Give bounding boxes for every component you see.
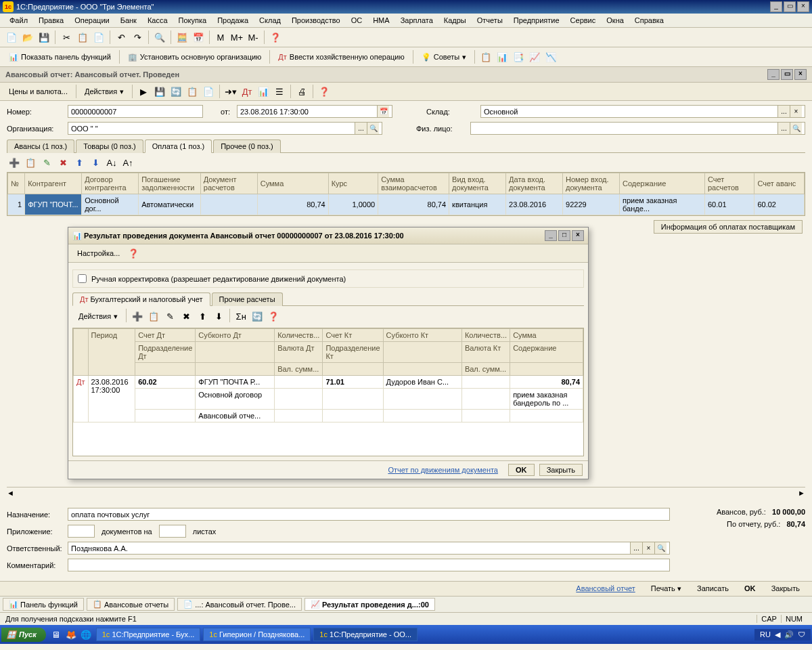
scroll-left-icon[interactable]: ◄ xyxy=(7,489,14,497)
modal-up-icon[interactable]: ⬆ xyxy=(195,309,210,324)
col-content[interactable]: Содержание xyxy=(620,173,705,194)
move-up-icon[interactable]: ⬆ xyxy=(72,155,87,170)
sort-asc-icon[interactable]: A↓ xyxy=(104,155,119,170)
menu-production[interactable]: Производство xyxy=(286,15,346,26)
col-sub-kt[interactable]: Субконто Кт xyxy=(383,329,461,342)
org-input[interactable]: ООО " "...🔍 xyxy=(68,122,382,135)
posting-grid[interactable]: Период Счет Дт Субконто Дт Количеств... … xyxy=(72,328,584,456)
m-plus-btn[interactable]: M+ xyxy=(229,30,244,45)
warehouse-input[interactable]: Основной...× xyxy=(480,105,805,118)
comment-input[interactable] xyxy=(68,559,670,571)
dialog-ok-button[interactable]: OK xyxy=(508,464,535,476)
dialog-title-bar[interactable]: 📊 Результат проведения документа Авансов… xyxy=(68,228,588,244)
mdi-tab-doc[interactable]: 📄 ...: Авансовый отчет. Прове... xyxy=(177,598,302,611)
attach-docs-input[interactable] xyxy=(68,525,95,538)
help-icon[interactable]: ❓ xyxy=(268,30,283,45)
show-panel-button[interactable]: 📊 Показать панель функций xyxy=(4,51,116,64)
modal-copy-icon[interactable]: 📋 xyxy=(146,309,161,324)
movements-report-link[interactable]: Отчет по движениям документа xyxy=(388,466,498,474)
tray-icon-3[interactable]: 🛡 xyxy=(798,630,805,638)
modal-actions-button[interactable]: Действия ▾ xyxy=(74,309,122,324)
ql-icon-3[interactable]: 🌐 xyxy=(78,627,93,642)
person-open-icon[interactable]: 🔍 xyxy=(790,123,802,134)
tb-icon-2[interactable]: 📊 xyxy=(495,49,510,64)
post-icon[interactable]: ▶ xyxy=(136,84,151,99)
col-sub-dt[interactable]: Субконто Дт xyxy=(196,329,275,342)
help-doc-icon[interactable]: ❓ xyxy=(317,84,332,99)
person-select-icon[interactable]: ... xyxy=(777,123,790,134)
col-rate[interactable]: Курс xyxy=(328,173,378,194)
doc-maximize-button[interactable]: ▭ xyxy=(781,69,793,80)
goto-icon[interactable]: ➜▾ xyxy=(223,84,238,99)
org-select-icon[interactable]: ... xyxy=(355,123,367,134)
col-vid[interactable]: Вид вход. документа xyxy=(449,173,506,194)
close-button[interactable]: × xyxy=(797,1,809,12)
tab-payment[interactable]: Оплата (1 поз.) xyxy=(145,139,212,153)
open-icon[interactable]: 📂 xyxy=(20,30,35,45)
col-cur-kt[interactable]: Валюта Кт xyxy=(461,342,510,363)
report-link[interactable]: Авансовый отчет xyxy=(570,583,640,594)
maximize-button[interactable]: ▭ xyxy=(784,1,796,12)
list-icon[interactable]: ☰ xyxy=(272,84,287,99)
dialog-help-icon[interactable]: ❓ xyxy=(126,246,141,261)
col-n[interactable]: № xyxy=(8,173,25,194)
tab-advances[interactable]: Авансы (1 поз.) xyxy=(7,139,74,153)
col-cur-dt[interactable]: Валюта Дт xyxy=(275,342,323,363)
mdi-tab-result[interactable]: 📈 Результат проведения д...:00 xyxy=(304,598,435,611)
col-valsum-dt[interactable]: Вал. сумм... xyxy=(275,363,323,376)
col-period[interactable]: Период xyxy=(88,329,135,376)
col-content[interactable]: Содержание xyxy=(510,342,583,363)
print-button[interactable]: Печать ▾ xyxy=(646,583,687,594)
col-acc[interactable]: Счет расчетов xyxy=(704,173,754,194)
mdi-tab-panel[interactable]: 📊 Панель функций xyxy=(3,598,84,611)
menu-file[interactable]: Файл xyxy=(4,15,33,26)
doc-close-button[interactable]: × xyxy=(794,69,807,80)
refresh-icon[interactable]: 🔄 xyxy=(168,84,183,99)
struct-icon[interactable]: 📊 xyxy=(256,84,271,99)
menu-bank[interactable]: Банк xyxy=(115,15,142,26)
close-doc-button[interactable]: Закрыть xyxy=(766,583,805,594)
col-acc-dt[interactable]: Счет Дт xyxy=(135,329,196,342)
new-icon[interactable]: 📄 xyxy=(4,30,19,45)
task-item-3[interactable]: 1c 1С:Предприятие - ОО... xyxy=(313,628,418,641)
cut-icon[interactable]: ✂ xyxy=(59,30,74,45)
menu-reports[interactable]: Отчеты xyxy=(472,15,508,26)
col-contract[interactable]: Договор контрагента xyxy=(82,173,139,194)
resp-select-icon[interactable]: ... xyxy=(630,542,642,554)
print-icon[interactable]: 🖨 xyxy=(294,84,309,99)
dtkt-icon[interactable]: Дт xyxy=(240,84,254,99)
ql-icon-2[interactable]: 🦊 xyxy=(64,627,78,642)
tb-icon-4[interactable]: 📈 xyxy=(527,49,542,64)
modal-help-icon[interactable]: ❓ xyxy=(266,309,281,324)
start-button[interactable]: 🪟 Пуск xyxy=(1,628,46,642)
dialog-cancel-button[interactable]: Закрыть xyxy=(539,464,583,476)
dialog-maximize-button[interactable]: □ xyxy=(558,230,570,241)
save-doc-icon[interactable]: 💾 xyxy=(152,84,167,99)
based-on-icon[interactable]: 📄 xyxy=(201,84,216,99)
menu-service[interactable]: Сервис xyxy=(565,15,602,26)
resp-input[interactable]: Позднякова А.А....×🔍 xyxy=(68,542,670,555)
manual-correction-checkbox[interactable] xyxy=(78,274,87,283)
tb-icon-3[interactable]: 📑 xyxy=(511,49,526,64)
modal-down-icon[interactable]: ⬇ xyxy=(211,309,226,324)
col-docr[interactable]: Документ расчетов xyxy=(200,173,257,194)
modal-refresh-icon[interactable]: 🔄 xyxy=(250,309,265,324)
menu-windows[interactable]: Окна xyxy=(601,15,629,26)
number-input[interactable]: 00000000007 xyxy=(68,105,203,118)
calendar-icon[interactable]: 📅 xyxy=(191,30,206,45)
task-item-2[interactable]: 1c Гиперион / Позднякова... xyxy=(203,628,311,641)
undo-icon[interactable]: ↶ xyxy=(114,30,129,45)
doc-minimize-button[interactable]: _ xyxy=(767,69,780,80)
menu-edit[interactable]: Правка xyxy=(33,15,69,26)
dialog-close-button[interactable]: × xyxy=(572,230,584,241)
org-open-icon[interactable]: 🔍 xyxy=(367,123,379,134)
resp-clear-icon[interactable]: × xyxy=(642,542,654,554)
actions-button[interactable]: Действия ▾ xyxy=(80,85,129,98)
attach-sheets-input[interactable] xyxy=(159,525,186,538)
menu-nma[interactable]: НМА xyxy=(367,15,394,26)
delete-row-icon[interactable]: ✖ xyxy=(55,155,70,170)
col-acc-av[interactable]: Счет аванс xyxy=(754,173,805,194)
calc-icon[interactable]: 🧮 xyxy=(175,30,189,45)
col-sumv[interactable]: Сумма взаиморасчетов xyxy=(378,173,449,194)
modal-del-icon[interactable]: ✖ xyxy=(179,309,194,324)
